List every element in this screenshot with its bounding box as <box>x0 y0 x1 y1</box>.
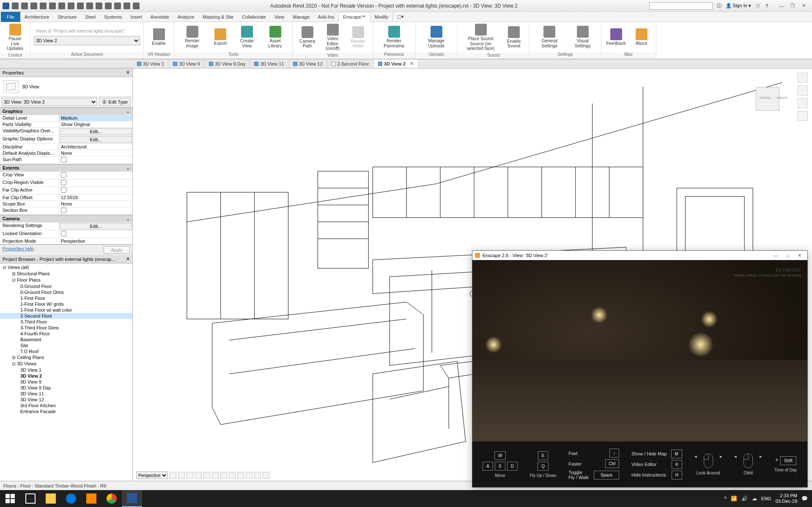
prop-value[interactable]: None <box>59 150 132 156</box>
prop-value[interactable]: None <box>59 201 132 207</box>
help-icon[interactable]: ? <box>765 3 768 8</box>
edge-button[interactable] <box>61 490 81 507</box>
ribbon-tab-systems[interactable]: Systems <box>100 12 126 22</box>
tree-item[interactable]: Entrance Facade <box>0 408 132 414</box>
view-tab-close-icon[interactable]: ✕ <box>410 61 414 66</box>
tree-item[interactable]: ⊟3D Views <box>0 361 132 367</box>
ribbon-tab-enscape-[interactable]: Enscape™ <box>338 12 370 22</box>
tag-icon[interactable] <box>77 3 84 9</box>
tree-item[interactable]: 3D View 1 <box>0 367 132 373</box>
edit-type-button[interactable]: 🛈Edit Type <box>99 98 131 106</box>
view-tab[interactable]: 3D View 9 Day <box>205 60 250 68</box>
network-icon[interactable]: 📶 <box>731 496 737 502</box>
tree-item[interactable]: 0-Ground Floor Dims <box>0 289 132 295</box>
export-button[interactable]: Export <box>208 27 232 47</box>
tree-item[interactable]: 3D View 11 <box>0 391 132 397</box>
tree-item[interactable]: 3-Third Floor Dims <box>0 325 132 331</box>
visual-style-icon[interactable] <box>170 472 176 479</box>
place-sound-button[interactable]: Place Sound Source (on selected face) <box>461 23 500 52</box>
tree-item[interactable]: Site <box>0 343 132 348</box>
sync-icon[interactable] <box>96 3 102 9</box>
orbit-icon[interactable] <box>798 111 808 121</box>
about-button[interactable]: About <box>630 27 653 47</box>
render-video-button[interactable]: Render Video <box>346 25 370 49</box>
video-editor-button[interactable]: Video Editor (on/off) <box>321 23 345 52</box>
collapse-icon[interactable]: ⌄ <box>126 109 130 114</box>
infocenter-icon[interactable]: ⓘ <box>717 3 721 9</box>
close-inactive-icon[interactable] <box>123 3 130 9</box>
enscape-maximize-button[interactable]: □ <box>782 252 793 259</box>
analytical-icon[interactable] <box>254 472 261 479</box>
prop-checkbox[interactable] <box>61 208 66 213</box>
steering-wheel-icon[interactable] <box>798 73 808 83</box>
highlight-icon[interactable] <box>263 472 269 479</box>
tree-item[interactable]: 3D View 2 <box>0 373 132 379</box>
browser-close-icon[interactable]: ✕ <box>126 256 130 262</box>
measure-icon[interactable] <box>58 3 65 9</box>
render-panorama-button[interactable]: Render Panorama <box>376 25 411 49</box>
active-view-select[interactable]: 3D View 2 <box>34 36 140 45</box>
ribbon-tab-structure[interactable]: Structure <box>53 12 81 22</box>
prop-value[interactable] <box>59 172 132 179</box>
ribbon-tab-analyze[interactable]: Analyze <box>173 12 198 22</box>
ribbon-tab-add-ins[interactable]: Add-Ins <box>314 12 338 22</box>
prop-section-header[interactable]: Camera⌄ <box>0 215 132 222</box>
create-view-button[interactable]: Create View <box>234 25 260 49</box>
redo-icon[interactable] <box>40 3 47 9</box>
properties-close-icon[interactable]: ✕ <box>126 70 130 75</box>
prop-value[interactable]: Perspective <box>59 238 132 244</box>
view-tab[interactable]: 3D View 1 <box>133 60 169 68</box>
prop-checkbox[interactable] <box>61 172 66 178</box>
ribbon-tab-view[interactable]: View <box>270 12 289 22</box>
text-icon[interactable] <box>86 3 93 9</box>
sun-path-icon[interactable] <box>178 472 185 479</box>
thin-lines-icon[interactable] <box>114 3 121 9</box>
revit-taskbar-button[interactable] <box>122 490 142 507</box>
prop-value[interactable] <box>59 230 132 238</box>
tree-item[interactable]: 4-Fourth Floor <box>0 331 132 337</box>
ribbon-tab-modify[interactable]: Modify <box>370 12 392 22</box>
prop-checkbox[interactable] <box>61 187 66 193</box>
prop-value[interactable]: Edit... <box>60 136 132 143</box>
ribbon-tab-annotate[interactable]: Annotate <box>146 12 173 22</box>
file-tab[interactable]: File <box>1 12 20 22</box>
view-tab[interactable]: 3D View 12 <box>289 60 327 68</box>
action-center-icon[interactable]: 💬 <box>801 496 808 502</box>
enable-sound-button[interactable]: Enable Sound <box>502 25 526 49</box>
crop-icon[interactable] <box>203 472 210 479</box>
prop-value[interactable]: Edit... <box>60 223 132 230</box>
ribbon-tab-steel[interactable]: Steel <box>81 12 100 22</box>
ribbon-tab-massing-site[interactable]: Massing & Site <box>198 12 238 22</box>
type-selector[interactable]: 3D View <box>0 77 132 97</box>
prop-value[interactable]: Architectural <box>59 144 132 150</box>
viewcube[interactable]: FRONT RIGHT <box>749 81 787 119</box>
signin-link[interactable]: 👤 Sign In ▾ <box>726 3 751 8</box>
onedrive-icon[interactable]: ☁ <box>752 496 757 502</box>
worksharing-icon[interactable] <box>246 472 252 479</box>
prop-value[interactable] <box>59 207 132 214</box>
reveal-hidden-icon[interactable] <box>237 472 244 479</box>
tree-twisty-icon[interactable]: ⊞ <box>12 355 16 360</box>
tree-item[interactable]: 3D View 9 Day <box>0 385 132 391</box>
zoom-icon[interactable] <box>798 98 808 108</box>
section-icon[interactable] <box>105 3 112 9</box>
viewcube-right-face[interactable]: RIGHT <box>777 96 787 100</box>
instance-selector[interactable]: 3D View: 3D View 2 <box>2 98 97 106</box>
feedback-button[interactable]: Feedback <box>604 27 628 47</box>
tree-item[interactable]: Basement <box>0 337 132 343</box>
prop-value[interactable]: Edit... <box>60 128 132 135</box>
tree-item[interactable]: 0-Ground Floor <box>0 283 132 289</box>
tree-item[interactable]: ⊟Floor Plans <box>0 277 132 283</box>
enscape-minimize-button[interactable]: — <box>770 252 781 259</box>
prop-value[interactable] <box>59 156 132 164</box>
tree-item[interactable]: 1-First Floor W/ grids <box>0 301 132 307</box>
open-icon[interactable] <box>12 3 19 9</box>
prop-value[interactable]: 12.5518 <box>59 195 132 200</box>
close-button[interactable]: ✕ <box>798 2 809 10</box>
properties-help-link[interactable]: Properties help <box>3 246 34 254</box>
projection-select[interactable]: Perspective <box>136 471 168 479</box>
tree-item[interactable]: ⊞Ceiling Plans <box>0 354 132 361</box>
vr-enable-button[interactable]: Enable <box>147 27 171 47</box>
tree-twisty-icon[interactable]: ⊞ <box>12 271 16 277</box>
rendering-icon[interactable] <box>195 472 202 479</box>
